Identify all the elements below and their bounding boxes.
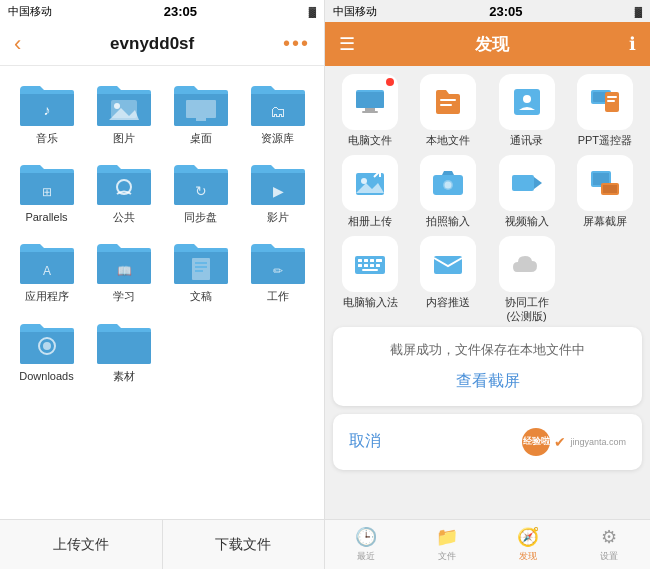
right-panel: 中国移动 23:05 ▓ ☰ 发现 ℹ 电脑文件 — [325, 0, 650, 569]
feature-localfile-icon — [420, 74, 476, 130]
feature-ppt-icon — [577, 74, 633, 130]
folder-docs-label: 文稿 — [190, 290, 212, 303]
tab-recent[interactable]: 🕒 最近 — [325, 520, 406, 569]
folder-sync-label: 同步盘 — [184, 211, 217, 224]
folder-apps[interactable]: A 应用程序 — [8, 234, 85, 309]
tab-files-label: 文件 — [438, 550, 456, 563]
left-title: evnydd0sf — [110, 34, 194, 54]
settings-icon: ⚙ — [601, 526, 617, 548]
feature-camera[interactable]: 拍照输入 — [411, 155, 485, 228]
svg-rect-22 — [365, 108, 375, 111]
svg-text:✏: ✏ — [273, 264, 283, 278]
folder-library-icon: 🗂 — [249, 82, 307, 128]
svg-rect-39 — [512, 175, 534, 191]
svg-point-2 — [114, 103, 120, 109]
tab-settings[interactable]: ⚙ 设置 — [569, 520, 650, 569]
folder-material-icon — [95, 320, 153, 366]
svg-rect-25 — [440, 104, 452, 106]
feature-keyboard-label: 电脑输入法 — [343, 296, 398, 309]
svg-point-19 — [43, 342, 51, 350]
svg-rect-47 — [364, 259, 368, 262]
menu-icon[interactable]: ☰ — [339, 35, 355, 53]
feature-computer[interactable]: 电脑文件 — [333, 74, 407, 147]
svg-text:📖: 📖 — [116, 263, 131, 278]
right-status-icons: ▓ — [635, 6, 642, 17]
tab-settings-label: 设置 — [600, 550, 618, 563]
watermark-site: jingyanta.com — [570, 437, 626, 447]
folder-list: ♪ 音乐 图片 桌面 🗂 — [0, 66, 324, 519]
left-status-icons: ▓ — [309, 6, 316, 17]
feature-push[interactable]: 内容推送 — [411, 236, 485, 322]
watermark: 经验啦 ✔ jingyanta.com — [522, 428, 626, 456]
watermark-logo: 经验啦 — [522, 428, 550, 456]
folder-movie[interactable]: ▶ 影片 — [239, 155, 316, 230]
folder-sync[interactable]: ↻ 同步盘 — [162, 155, 239, 230]
svg-text:♪: ♪ — [43, 102, 50, 118]
feature-camera-icon — [420, 155, 476, 211]
view-screenshot-button[interactable]: 查看截屏 — [349, 371, 626, 392]
feature-video-icon — [499, 155, 555, 211]
folder-study[interactable]: 📖 学习 — [85, 234, 162, 309]
svg-rect-52 — [370, 264, 374, 267]
feature-ppt[interactable]: PPT遥控器 — [568, 74, 642, 147]
right-carrier: 中国移动 — [333, 4, 377, 19]
feature-cloud[interactable]: 协同工作 (公测版) — [490, 236, 564, 322]
folder-parallels[interactable]: ⊞ Parallels — [8, 155, 85, 230]
svg-rect-13 — [192, 258, 210, 280]
svg-text:🗂: 🗂 — [270, 103, 286, 120]
info-icon[interactable]: ℹ — [629, 33, 636, 55]
back-button[interactable]: ‹ — [14, 33, 21, 55]
folder-public[interactable]: 公共 — [85, 155, 162, 230]
feature-push-label: 内容推送 — [426, 296, 470, 309]
svg-rect-46 — [358, 259, 362, 262]
folder-material[interactable]: 素材 — [85, 314, 162, 389]
folder-parallels-icon: ⊞ — [18, 161, 76, 207]
folder-movie-icon: ▶ — [249, 161, 307, 207]
feature-screenshot[interactable]: 屏幕截屏 — [568, 155, 642, 228]
folder-study-label: 学习 — [113, 290, 135, 303]
feature-localfile-label: 本地文件 — [426, 134, 470, 147]
upload-button[interactable]: 上传文件 — [0, 520, 163, 569]
svg-rect-23 — [362, 111, 378, 113]
feature-computer-icon — [342, 74, 398, 130]
feature-keyboard[interactable]: 电脑输入法 — [333, 236, 407, 322]
folder-desktop-icon — [172, 82, 230, 128]
watermark-check: ✔ — [554, 434, 566, 450]
computer-badge — [386, 78, 394, 86]
left-time: 23:05 — [164, 4, 197, 19]
folder-downloads[interactable]: Downloads — [8, 314, 85, 389]
folder-music-icon: ♪ — [18, 82, 76, 128]
right-time: 23:05 — [489, 4, 522, 19]
tab-files[interactable]: 📁 文件 — [406, 520, 487, 569]
download-button[interactable]: 下载文件 — [163, 520, 325, 569]
feature-contacts[interactable]: 通讯录 — [490, 74, 564, 147]
feature-camera-label: 拍照输入 — [426, 215, 470, 228]
left-carrier: 中国移动 — [8, 4, 52, 19]
feature-albumupload-icon — [342, 155, 398, 211]
folder-photo[interactable]: 图片 — [85, 76, 162, 151]
feature-albumupload[interactable]: 相册上传 — [333, 155, 407, 228]
folder-music[interactable]: ♪ 音乐 — [8, 76, 85, 151]
svg-rect-4 — [186, 100, 216, 118]
svg-rect-53 — [376, 264, 380, 267]
tab-recent-label: 最近 — [357, 550, 375, 563]
feature-localfile[interactable]: 本地文件 — [411, 74, 485, 147]
feature-video[interactable]: 视频输入 — [490, 155, 564, 228]
folder-parallels-label: Parallels — [25, 211, 67, 224]
folder-desktop[interactable]: 桌面 — [162, 76, 239, 151]
recent-icon: 🕒 — [355, 526, 377, 548]
svg-text:▶: ▶ — [272, 183, 283, 199]
battery-icon-right: ▓ — [635, 6, 642, 17]
feature-ppt-label: PPT遥控器 — [578, 134, 632, 147]
tab-discover[interactable]: 🧭 发现 — [488, 520, 569, 569]
folder-work[interactable]: ✏ 工作 — [239, 234, 316, 309]
feature-cloud-icon — [499, 236, 555, 292]
folder-library[interactable]: 🗂 资源库 — [239, 76, 316, 151]
svg-text:A: A — [42, 264, 50, 278]
folder-docs[interactable]: 文稿 — [162, 234, 239, 309]
cancel-button[interactable]: 取消 — [349, 431, 381, 452]
more-button[interactable]: ••• — [283, 32, 310, 55]
left-header: ‹ evnydd0sf ••• — [0, 22, 324, 66]
folder-public-label: 公共 — [113, 211, 135, 224]
folder-library-label: 资源库 — [261, 132, 294, 145]
